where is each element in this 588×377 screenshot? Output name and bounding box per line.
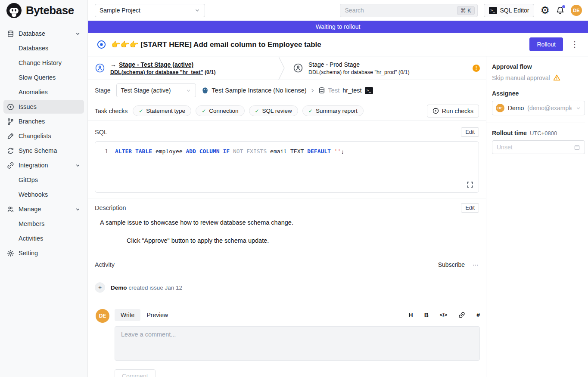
stage-select[interactable]: Test Stage (active) [116, 83, 196, 97]
check-pills: ✓Statement type✓Connection✓SQL review✓Su… [133, 105, 363, 116]
sidebar-item-activities[interactable]: Activities [3, 232, 84, 245]
code-button[interactable]: </> [440, 312, 447, 318]
activity-section: Activity Subscribe ⋯ + Democreated issue… [88, 255, 486, 293]
sql-token-muted: NOT EXISTS [233, 148, 267, 155]
stage-separator [277, 56, 286, 80]
run-icon [432, 108, 439, 114]
run-checks-button[interactable]: Run checks [427, 105, 479, 117]
check-pill-label: Summary report [316, 108, 358, 114]
approval-flow-label: Approval flow [492, 63, 585, 70]
expand-fullscreen-icon[interactable] [467, 181, 473, 188]
stage-card-prod[interactable]: Stage - Prod Stage DDL(schema) for datab… [286, 56, 417, 80]
sidebar-item-changelists[interactable]: Changelists [3, 129, 84, 143]
sidebar-item-change-history[interactable]: Change History [3, 56, 84, 70]
sql-edit-button[interactable]: Edit [461, 127, 479, 137]
rollout-button[interactable]: Rollout [529, 37, 563, 51]
check-pill-connection[interactable]: ✓Connection [196, 105, 244, 116]
bold-button[interactable]: B [424, 312, 429, 318]
sidebar-item-anomalies[interactable]: Anomalies [3, 85, 84, 99]
check-pill-sql-review[interactable]: ✓SQL review [249, 105, 298, 116]
stage-strip: → Stage - Test Stage (active) DDL(schema… [88, 56, 486, 80]
chevron-down-icon [576, 105, 581, 111]
sidebar-item-setting[interactable]: Setting [3, 246, 84, 260]
stage-title[interactable]: Stage - Test Stage (active) [119, 61, 193, 68]
sidebar-item-manage[interactable]: Manage [3, 202, 84, 216]
sidebar-item-branches[interactable]: Branches [3, 114, 84, 128]
open-in-sql-editor-icon[interactable]: >_ [365, 87, 373, 94]
stage-task-link[interactable]: DDL(schema) for database "hr_test" [110, 69, 203, 75]
sidebar-item-integration[interactable]: Integration [3, 158, 84, 172]
user-avatar[interactable]: DE [571, 5, 582, 16]
gear-icon [7, 250, 14, 257]
sql-token-plain [230, 148, 233, 155]
sidebar-item-members[interactable]: Members [3, 217, 84, 231]
settings-gear-icon[interactable]: ⚙ [540, 5, 550, 15]
notifications-bell-icon[interactable] [556, 6, 565, 15]
approval-flow-value: Skip manual approval [492, 74, 550, 81]
users-icon [7, 206, 14, 213]
project-select-value: Sample Project [100, 7, 140, 14]
sidebar-item-label: Webhooks [19, 191, 48, 198]
sidebar-item-label: Integration [19, 162, 48, 169]
sidebar-item-webhooks[interactable]: Webhooks [3, 188, 84, 201]
search-input[interactable]: Search ⌘ K [340, 4, 478, 17]
check-pill-label: Connection [209, 108, 238, 114]
assignee-name: Demo [508, 105, 524, 111]
activity-item: + Democreated issue Jan 12 [95, 282, 479, 293]
heading-button[interactable]: H [409, 312, 413, 318]
sidebar-item-issues[interactable]: Issues [3, 100, 84, 114]
subscribe-button[interactable]: Subscribe [438, 261, 465, 268]
sidebar-item-label: Anomalies [19, 89, 48, 96]
tab-preview[interactable]: Preview [140, 309, 174, 321]
sidebar-item-database[interactable]: Database [3, 27, 84, 40]
sidebar-item-label: Databases [19, 45, 48, 52]
tab-write[interactable]: Write [115, 309, 140, 321]
sql-token-plain: ; [341, 148, 344, 155]
sql-section: SQL Edit 1 ALTER TABLE employee ADD COLU… [88, 121, 486, 193]
more-options-icon[interactable]: ⋯ [473, 261, 479, 268]
sidebar-item-label: Sync Schema [19, 147, 57, 154]
description-edit-button[interactable]: Edit [461, 203, 479, 213]
hash-button[interactable]: # [476, 312, 480, 318]
rollout-time-input[interactable]: Unset [492, 140, 585, 154]
app-logo[interactable]: Bytebase [0, 0, 87, 21]
sidebar-item-gitops[interactable]: GitOps [3, 173, 84, 187]
stage-task-link[interactable]: DDL(schema) for database "hr_prod" [308, 69, 397, 75]
activity-action: created issue Jan 12 [129, 284, 183, 291]
database-name[interactable]: hr_test [342, 87, 361, 94]
comment-submit-button[interactable]: Comment [115, 369, 156, 377]
assignee-select[interactable]: DE Demo (demo@example [492, 101, 585, 115]
warning-triangle-icon [553, 74, 560, 81]
sidebar-item-sync-schema[interactable]: Sync Schema [3, 144, 84, 158]
topbar: Sample Project Search ⌘ K >_ SQL Editor … [88, 0, 588, 21]
sidebar-item-databases[interactable]: Databases [3, 41, 84, 55]
comment-input[interactable] [115, 326, 480, 361]
sync-icon [7, 147, 14, 155]
sql-token-string: '' [334, 148, 341, 155]
sidebar-item-slow-queries[interactable]: Slow Queries [3, 71, 84, 84]
sidebar-item-label: Activities [19, 235, 43, 242]
description-line: Click "Approve" button to apply the sche… [127, 237, 474, 244]
activity-author[interactable]: Demo [111, 284, 127, 291]
comment-user-avatar: DE [96, 309, 109, 323]
editor-tabs: Write Preview HB</># [115, 309, 480, 321]
check-pill-statement-type[interactable]: ✓Statement type [133, 105, 191, 116]
instance-name[interactable]: Test Sample Instance (No license) [212, 87, 307, 94]
link-button[interactable] [458, 312, 465, 318]
project-select[interactable]: Sample Project [95, 4, 205, 17]
task-person-icon [95, 63, 105, 73]
sql-editor-label: SQL Editor [500, 7, 529, 14]
sidebar-item-label: Changelists [19, 133, 51, 139]
rollout-time-label: Rollout time [492, 130, 527, 136]
stage-card-test[interactable]: → Stage - Test Stage (active) DDL(schema… [88, 56, 277, 80]
check-pill-summary-report[interactable]: ✓Summary report [302, 105, 364, 116]
stage-title[interactable]: Stage - Prod Stage [308, 61, 360, 68]
sql-code-editor[interactable]: 1 ALTER TABLE employee ADD COLUMN IF NOT… [95, 141, 479, 193]
sql-token-keyword: ADD COLUMN IF [186, 148, 230, 155]
sql-token-keyword: DEFAULT [307, 148, 331, 155]
kebab-menu-icon[interactable]: ⋮ [568, 40, 581, 49]
sidebar-item-label: Slow Queries [19, 74, 56, 81]
sql-editor-button[interactable]: >_ SQL Editor [484, 4, 535, 17]
issue-sidebar: Approval flow Skip manual approval Assig… [486, 56, 588, 377]
left-sidebar: Bytebase DatabaseDatabasesChange History… [0, 0, 88, 377]
